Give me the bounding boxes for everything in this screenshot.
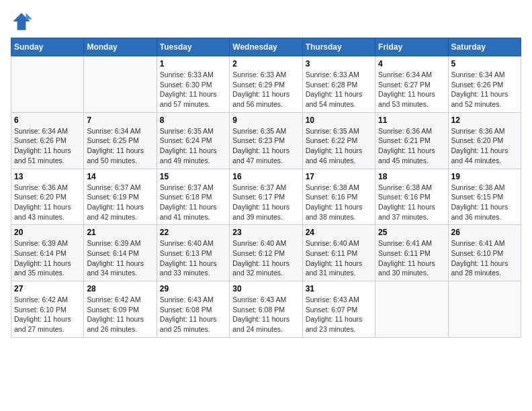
day-number: 22 [160, 228, 226, 237]
calendar-week-row: 27Sunrise: 6:42 AM Sunset: 6:10 PM Dayli… [11, 281, 521, 338]
day-info: Sunrise: 6:33 AM Sunset: 6:30 PM Dayligh… [160, 70, 226, 109]
day-info: Sunrise: 6:34 AM Sunset: 6:27 PM Dayligh… [378, 70, 445, 109]
calendar-cell: 7Sunrise: 6:34 AM Sunset: 6:25 PM Daylig… [84, 112, 157, 169]
calendar-cell: 3Sunrise: 6:33 AM Sunset: 6:28 PM Daylig… [302, 56, 375, 113]
calendar-cell: 16Sunrise: 6:37 AM Sunset: 6:17 PM Dayli… [230, 169, 302, 225]
day-info: Sunrise: 6:35 AM Sunset: 6:22 PM Dayligh… [306, 126, 372, 166]
calendar-cell: 1Sunrise: 6:33 AM Sunset: 6:30 PM Daylig… [157, 56, 229, 113]
calendar-cell: 27Sunrise: 6:42 AM Sunset: 6:10 PM Dayli… [11, 281, 84, 338]
calendar-cell: 31Sunrise: 6:43 AM Sunset: 6:07 PM Dayli… [302, 281, 375, 338]
day-info: Sunrise: 6:37 AM Sunset: 6:19 PM Dayligh… [87, 183, 153, 222]
day-info: Sunrise: 6:36 AM Sunset: 6:21 PM Dayligh… [378, 126, 445, 166]
calendar-week-row: 13Sunrise: 6:36 AM Sunset: 6:20 PM Dayli… [11, 169, 521, 225]
day-number: 30 [232, 284, 299, 293]
day-number: 3 [306, 59, 372, 68]
day-number: 29 [160, 284, 226, 293]
day-info: Sunrise: 6:35 AM Sunset: 6:24 PM Dayligh… [160, 126, 226, 166]
day-number: 20 [14, 228, 81, 237]
day-info: Sunrise: 6:41 AM Sunset: 6:10 PM Dayligh… [451, 238, 518, 278]
calendar-cell: 9Sunrise: 6:35 AM Sunset: 6:23 PM Daylig… [230, 112, 302, 169]
calendar-cell: 6Sunrise: 6:34 AM Sunset: 6:26 PM Daylig… [11, 112, 84, 169]
calendar-week-row: 20Sunrise: 6:39 AM Sunset: 6:14 PM Dayli… [11, 225, 521, 281]
day-info: Sunrise: 6:35 AM Sunset: 6:23 PM Dayligh… [232, 126, 299, 166]
day-number: 18 [378, 172, 445, 181]
calendar-table: Sunday Monday Tuesday Wednesday Thursday… [11, 38, 521, 338]
calendar-cell: 15Sunrise: 6:37 AM Sunset: 6:18 PM Dayli… [157, 169, 229, 225]
calendar-cell: 19Sunrise: 6:38 AM Sunset: 6:15 PM Dayli… [448, 169, 521, 225]
day-number: 9 [232, 116, 299, 125]
day-info: Sunrise: 6:33 AM Sunset: 6:28 PM Dayligh… [306, 70, 372, 109]
day-number: 26 [451, 228, 518, 237]
day-number: 11 [378, 116, 445, 125]
day-info: Sunrise: 6:38 AM Sunset: 6:16 PM Dayligh… [306, 183, 372, 222]
calendar-cell: 5Sunrise: 6:34 AM Sunset: 6:26 PM Daylig… [448, 56, 521, 113]
calendar-cell: 30Sunrise: 6:43 AM Sunset: 6:08 PM Dayli… [230, 281, 302, 338]
calendar-cell [84, 56, 157, 113]
day-info: Sunrise: 6:40 AM Sunset: 6:13 PM Dayligh… [160, 238, 226, 278]
day-info: Sunrise: 6:42 AM Sunset: 6:09 PM Dayligh… [87, 295, 153, 334]
day-info: Sunrise: 6:38 AM Sunset: 6:16 PM Dayligh… [378, 183, 445, 222]
calendar-cell: 11Sunrise: 6:36 AM Sunset: 6:21 PM Dayli… [375, 112, 448, 169]
day-info: Sunrise: 6:37 AM Sunset: 6:17 PM Dayligh… [232, 183, 299, 222]
day-info: Sunrise: 6:37 AM Sunset: 6:18 PM Dayligh… [160, 183, 226, 222]
day-info: Sunrise: 6:39 AM Sunset: 6:14 PM Dayligh… [14, 238, 81, 278]
calendar-cell: 29Sunrise: 6:43 AM Sunset: 6:08 PM Dayli… [157, 281, 229, 338]
day-number: 14 [87, 172, 153, 181]
day-info: Sunrise: 6:42 AM Sunset: 6:10 PM Dayligh… [14, 295, 81, 334]
calendar-cell: 26Sunrise: 6:41 AM Sunset: 6:10 PM Dayli… [448, 225, 521, 281]
day-number: 10 [306, 116, 372, 125]
calendar-cell: 17Sunrise: 6:38 AM Sunset: 6:16 PM Dayli… [302, 169, 375, 225]
calendar-cell: 14Sunrise: 6:37 AM Sunset: 6:19 PM Dayli… [84, 169, 157, 225]
day-info: Sunrise: 6:43 AM Sunset: 6:07 PM Dayligh… [306, 295, 372, 334]
day-info: Sunrise: 6:34 AM Sunset: 6:26 PM Dayligh… [451, 70, 518, 109]
day-number: 19 [451, 172, 518, 181]
calendar-cell [375, 281, 448, 338]
calendar-cell [11, 56, 84, 113]
day-number: 17 [306, 172, 372, 181]
logo-icon [11, 11, 32, 32]
calendar-cell: 13Sunrise: 6:36 AM Sunset: 6:20 PM Dayli… [11, 169, 84, 225]
day-info: Sunrise: 6:36 AM Sunset: 6:20 PM Dayligh… [451, 126, 518, 166]
day-number: 13 [14, 172, 81, 181]
day-info: Sunrise: 6:39 AM Sunset: 6:14 PM Dayligh… [87, 238, 153, 278]
day-info: Sunrise: 6:43 AM Sunset: 6:08 PM Dayligh… [160, 295, 226, 334]
weekday-wednesday: Wednesday [230, 38, 302, 56]
day-number: 4 [378, 59, 445, 68]
weekday-tuesday: Tuesday [157, 38, 229, 56]
calendar-cell: 21Sunrise: 6:39 AM Sunset: 6:14 PM Dayli… [84, 225, 157, 281]
weekday-thursday: Thursday [302, 38, 375, 56]
day-info: Sunrise: 6:40 AM Sunset: 6:12 PM Dayligh… [232, 238, 299, 278]
calendar-week-row: 1Sunrise: 6:33 AM Sunset: 6:30 PM Daylig… [11, 56, 521, 113]
day-number: 25 [378, 228, 445, 237]
calendar-cell: 23Sunrise: 6:40 AM Sunset: 6:12 PM Dayli… [230, 225, 302, 281]
day-number: 12 [451, 116, 518, 125]
day-number: 16 [232, 172, 299, 181]
calendar-cell: 2Sunrise: 6:33 AM Sunset: 6:29 PM Daylig… [230, 56, 302, 113]
day-number: 6 [14, 116, 81, 125]
page-header [11, 11, 521, 32]
calendar-cell: 22Sunrise: 6:40 AM Sunset: 6:13 PM Dayli… [157, 225, 229, 281]
day-info: Sunrise: 6:34 AM Sunset: 6:25 PM Dayligh… [87, 126, 153, 166]
calendar-body: 1Sunrise: 6:33 AM Sunset: 6:30 PM Daylig… [11, 56, 521, 338]
calendar-week-row: 6Sunrise: 6:34 AM Sunset: 6:26 PM Daylig… [11, 112, 521, 169]
weekday-monday: Monday [84, 38, 157, 56]
svg-marker-1 [26, 13, 32, 19]
day-number: 24 [306, 228, 372, 237]
calendar-cell: 25Sunrise: 6:41 AM Sunset: 6:11 PM Dayli… [375, 225, 448, 281]
calendar-cell: 12Sunrise: 6:36 AM Sunset: 6:20 PM Dayli… [448, 112, 521, 169]
day-number: 27 [14, 284, 81, 293]
day-number: 15 [160, 172, 226, 181]
weekday-sunday: Sunday [11, 38, 84, 56]
day-number: 2 [232, 59, 299, 68]
day-info: Sunrise: 6:38 AM Sunset: 6:15 PM Dayligh… [451, 183, 518, 222]
weekday-row: Sunday Monday Tuesday Wednesday Thursday… [11, 38, 521, 56]
calendar-cell: 28Sunrise: 6:42 AM Sunset: 6:09 PM Dayli… [84, 281, 157, 338]
calendar-header: Sunday Monday Tuesday Wednesday Thursday… [11, 38, 521, 56]
day-info: Sunrise: 6:41 AM Sunset: 6:11 PM Dayligh… [378, 238, 445, 278]
calendar-cell: 10Sunrise: 6:35 AM Sunset: 6:22 PM Dayli… [302, 112, 375, 169]
calendar-cell: 18Sunrise: 6:38 AM Sunset: 6:16 PM Dayli… [375, 169, 448, 225]
day-number: 8 [160, 116, 226, 125]
day-number: 7 [87, 116, 153, 125]
day-number: 28 [87, 284, 153, 293]
day-info: Sunrise: 6:40 AM Sunset: 6:11 PM Dayligh… [306, 238, 372, 278]
